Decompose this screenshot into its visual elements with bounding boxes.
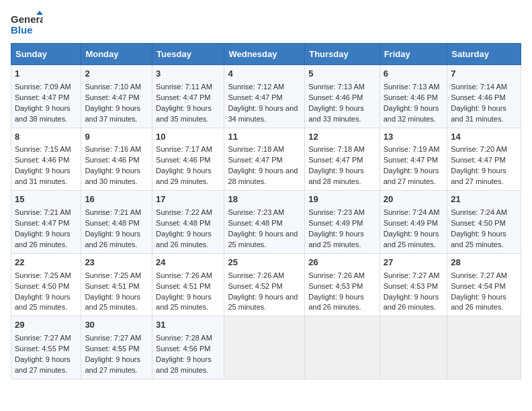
day-number: 1 bbox=[15, 68, 77, 81]
sunrise: Sunrise: 7:21 AM bbox=[15, 208, 71, 216]
day-cell: 21Sunrise: 7:24 AMSunset: 4:50 PMDayligh… bbox=[447, 191, 521, 254]
day-number: 7 bbox=[451, 68, 517, 81]
day-number: 17 bbox=[156, 193, 220, 206]
daylight: Daylight: 9 hours and 29 minutes. bbox=[156, 167, 212, 185]
day-cell: 2Sunrise: 7:10 AMSunset: 4:47 PMDaylight… bbox=[81, 65, 152, 128]
sunset: Sunset: 4:54 PM bbox=[451, 282, 505, 290]
sunset: Sunset: 4:49 PM bbox=[384, 219, 438, 227]
daylight: Daylight: 9 hours and 26 minutes. bbox=[156, 230, 212, 248]
sunset: Sunset: 4:46 PM bbox=[308, 93, 363, 101]
daylight: Daylight: 9 hours and 26 minutes. bbox=[308, 293, 364, 312]
daylight: Daylight: 9 hours and 28 minutes. bbox=[228, 167, 298, 185]
daylight: Daylight: 9 hours and 25 minutes. bbox=[308, 230, 364, 248]
sunset: Sunset: 4:47 PM bbox=[15, 93, 69, 101]
day-cell: 12Sunrise: 7:18 AMSunset: 4:47 PMDayligh… bbox=[305, 128, 380, 191]
col-header-saturday: Saturday bbox=[447, 44, 521, 65]
sunrise: Sunrise: 7:21 AM bbox=[85, 208, 141, 216]
day-number: 29 bbox=[15, 319, 77, 332]
day-cell: 17Sunrise: 7:22 AMSunset: 4:48 PMDayligh… bbox=[152, 191, 224, 254]
sunset: Sunset: 4:53 PM bbox=[384, 282, 438, 290]
day-cell: 1Sunrise: 7:09 AMSunset: 4:47 PMDaylight… bbox=[11, 65, 81, 128]
day-number: 23 bbox=[85, 257, 148, 269]
day-number: 24 bbox=[156, 257, 220, 269]
sunset: Sunset: 4:46 PM bbox=[15, 156, 69, 164]
sunset: Sunset: 4:46 PM bbox=[156, 156, 210, 164]
sunrise: Sunrise: 7:24 AM bbox=[384, 208, 440, 216]
sunset: Sunset: 4:55 PM bbox=[15, 345, 69, 353]
day-number: 21 bbox=[451, 193, 517, 206]
sunrise: Sunrise: 7:15 AM bbox=[15, 145, 71, 153]
sunset: Sunset: 4:47 PM bbox=[451, 156, 505, 164]
day-number: 11 bbox=[228, 131, 301, 144]
sunset: Sunset: 4:52 PM bbox=[228, 282, 282, 290]
day-cell: 22Sunrise: 7:25 AMSunset: 4:50 PMDayligh… bbox=[11, 253, 81, 316]
col-header-monday: Monday bbox=[81, 44, 152, 65]
sunset: Sunset: 4:56 PM bbox=[156, 345, 210, 353]
sunrise: Sunrise: 7:24 AM bbox=[451, 208, 507, 216]
sunrise: Sunrise: 7:13 AM bbox=[384, 83, 440, 91]
daylight: Daylight: 9 hours and 27 minutes. bbox=[15, 355, 71, 374]
day-cell: 13Sunrise: 7:19 AMSunset: 4:47 PMDayligh… bbox=[380, 128, 447, 191]
day-cell: 3Sunrise: 7:11 AMSunset: 4:47 PMDaylight… bbox=[152, 65, 224, 128]
day-number: 10 bbox=[156, 131, 220, 144]
svg-text:Blue: Blue bbox=[11, 24, 33, 36]
day-number: 27 bbox=[384, 257, 444, 269]
day-cell bbox=[305, 316, 380, 379]
day-number: 22 bbox=[15, 257, 77, 269]
day-cell: 18Sunrise: 7:23 AMSunset: 4:48 PMDayligh… bbox=[224, 191, 305, 254]
svg-text:General: General bbox=[11, 13, 43, 25]
day-cell: 14Sunrise: 7:20 AMSunset: 4:47 PMDayligh… bbox=[447, 128, 521, 191]
sunrise: Sunrise: 7:11 AM bbox=[156, 83, 212, 91]
sunset: Sunset: 4:47 PM bbox=[15, 219, 69, 227]
day-cell bbox=[447, 316, 521, 379]
sunrise: Sunrise: 7:18 AM bbox=[308, 145, 365, 153]
daylight: Daylight: 9 hours and 32 minutes. bbox=[384, 104, 439, 123]
daylight: Daylight: 9 hours and 25 minutes. bbox=[451, 230, 506, 248]
sunset: Sunset: 4:51 PM bbox=[85, 282, 139, 290]
day-cell: 5Sunrise: 7:13 AMSunset: 4:46 PMDaylight… bbox=[305, 65, 380, 128]
day-cell: 9Sunrise: 7:16 AMSunset: 4:46 PMDaylight… bbox=[81, 128, 152, 191]
sunrise: Sunrise: 7:23 AM bbox=[308, 208, 365, 216]
day-cell: 23Sunrise: 7:25 AMSunset: 4:51 PMDayligh… bbox=[81, 253, 152, 316]
logo: General Blue bbox=[11, 11, 43, 36]
day-cell: 26Sunrise: 7:26 AMSunset: 4:53 PMDayligh… bbox=[305, 253, 380, 316]
header-row: SundayMondayTuesdayWednesdayThursdayFrid… bbox=[11, 44, 521, 65]
day-number: 18 bbox=[228, 193, 301, 206]
daylight: Daylight: 9 hours and 25 minutes. bbox=[228, 230, 298, 248]
day-number: 8 bbox=[15, 131, 77, 144]
logo-icon: General Blue bbox=[11, 11, 43, 36]
day-cell: 10Sunrise: 7:17 AMSunset: 4:46 PMDayligh… bbox=[152, 128, 224, 191]
day-number: 31 bbox=[156, 319, 220, 332]
daylight: Daylight: 9 hours and 28 minutes. bbox=[308, 167, 364, 185]
sunrise: Sunrise: 7:10 AM bbox=[85, 83, 141, 91]
daylight: Daylight: 9 hours and 25 minutes. bbox=[156, 293, 212, 312]
sunrise: Sunrise: 7:25 AM bbox=[85, 271, 141, 279]
calendar-table: SundayMondayTuesdayWednesdayThursdayFrid… bbox=[11, 43, 521, 379]
day-number: 9 bbox=[85, 131, 148, 144]
day-number: 3 bbox=[156, 68, 220, 81]
day-cell bbox=[224, 316, 305, 379]
sunrise: Sunrise: 7:27 AM bbox=[15, 334, 71, 342]
daylight: Daylight: 9 hours and 38 minutes. bbox=[15, 104, 71, 123]
day-cell: 27Sunrise: 7:27 AMSunset: 4:53 PMDayligh… bbox=[380, 253, 447, 316]
sunrise: Sunrise: 7:16 AM bbox=[85, 145, 141, 153]
sunset: Sunset: 4:46 PM bbox=[451, 93, 505, 101]
sunset: Sunset: 4:47 PM bbox=[384, 156, 438, 164]
day-number: 25 bbox=[228, 257, 301, 269]
week-row-4: 22Sunrise: 7:25 AMSunset: 4:50 PMDayligh… bbox=[11, 253, 521, 316]
day-cell: 16Sunrise: 7:21 AMSunset: 4:48 PMDayligh… bbox=[81, 191, 152, 254]
daylight: Daylight: 9 hours and 31 minutes. bbox=[451, 104, 506, 123]
week-row-2: 8Sunrise: 7:15 AMSunset: 4:46 PMDaylight… bbox=[11, 128, 521, 191]
day-cell: 11Sunrise: 7:18 AMSunset: 4:47 PMDayligh… bbox=[224, 128, 305, 191]
daylight: Daylight: 9 hours and 25 minutes. bbox=[228, 293, 298, 312]
sunrise: Sunrise: 7:27 AM bbox=[384, 271, 440, 279]
sunrise: Sunrise: 7:26 AM bbox=[308, 271, 365, 279]
sunrise: Sunrise: 7:23 AM bbox=[228, 208, 284, 216]
page-header: General Blue bbox=[11, 11, 521, 36]
sunset: Sunset: 4:50 PM bbox=[451, 219, 505, 227]
day-number: 16 bbox=[85, 193, 148, 206]
sunset: Sunset: 4:47 PM bbox=[228, 156, 282, 164]
day-cell: 19Sunrise: 7:23 AMSunset: 4:49 PMDayligh… bbox=[305, 191, 380, 254]
sunset: Sunset: 4:47 PM bbox=[308, 156, 363, 164]
sunset: Sunset: 4:51 PM bbox=[156, 282, 210, 290]
